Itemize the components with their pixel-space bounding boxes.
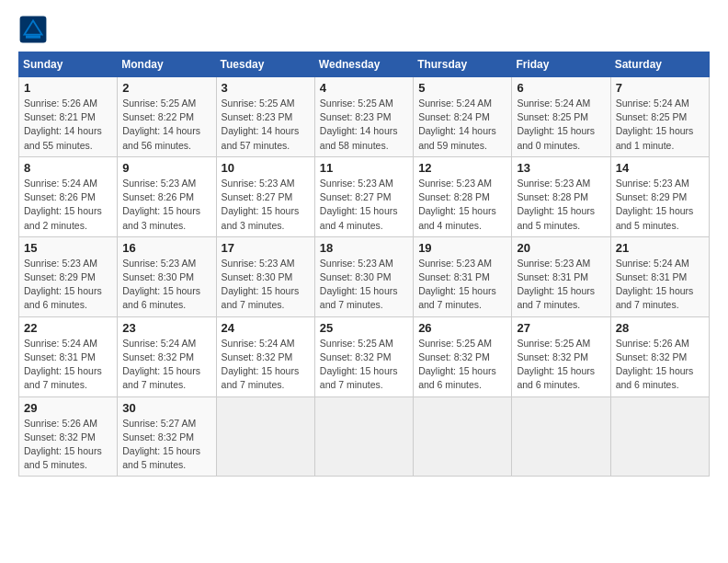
day-number: 14 <box>616 161 704 175</box>
day-info: Sunrise: 5:27 AMSunset: 8:32 PMDaylight:… <box>122 418 200 471</box>
day-number: 30 <box>122 401 210 415</box>
day-info: Sunrise: 5:23 AMSunset: 8:27 PMDaylight:… <box>320 178 398 231</box>
calendar-week-1: 1 Sunrise: 5:26 AMSunset: 8:21 PMDayligh… <box>19 77 710 157</box>
day-info: Sunrise: 5:23 AMSunset: 8:29 PMDaylight:… <box>616 178 694 231</box>
day-info: Sunrise: 5:23 AMSunset: 8:31 PMDaylight:… <box>418 258 496 311</box>
calendar-week-3: 15 Sunrise: 5:23 AMSunset: 8:29 PMDaylig… <box>19 236 710 316</box>
calendar-cell: 6 Sunrise: 5:24 AMSunset: 8:25 PMDayligh… <box>512 77 610 157</box>
calendar-cell: 27 Sunrise: 5:25 AMSunset: 8:32 PMDaylig… <box>512 316 610 396</box>
calendar-week-5: 29 Sunrise: 5:26 AMSunset: 8:32 PMDaylig… <box>19 396 710 477</box>
day-info: Sunrise: 5:24 AMSunset: 8:31 PMDaylight:… <box>24 338 102 391</box>
calendar-cell: 1 Sunrise: 5:26 AMSunset: 8:21 PMDayligh… <box>19 77 118 157</box>
calendar-cell: 9 Sunrise: 5:23 AMSunset: 8:26 PMDayligh… <box>118 156 216 236</box>
day-number: 28 <box>616 321 704 335</box>
calendar-cell: 8 Sunrise: 5:24 AMSunset: 8:26 PMDayligh… <box>19 156 118 236</box>
day-number: 4 <box>320 81 408 95</box>
calendar-cell: 20 Sunrise: 5:23 AMSunset: 8:31 PMDaylig… <box>512 236 610 316</box>
calendar-week-2: 8 Sunrise: 5:24 AMSunset: 8:26 PMDayligh… <box>19 156 710 236</box>
calendar-body: 1 Sunrise: 5:26 AMSunset: 8:21 PMDayligh… <box>19 77 710 477</box>
day-info: Sunrise: 5:24 AMSunset: 8:32 PMDaylight:… <box>222 338 300 391</box>
day-number: 15 <box>24 241 112 255</box>
weekday-header-wednesday: Wednesday <box>314 52 413 77</box>
calendar-cell <box>512 396 610 477</box>
calendar-cell: 22 Sunrise: 5:24 AMSunset: 8:31 PMDaylig… <box>19 316 118 396</box>
calendar-cell: 11 Sunrise: 5:23 AMSunset: 8:27 PMDaylig… <box>314 156 413 236</box>
calendar-cell: 21 Sunrise: 5:24 AMSunset: 8:31 PMDaylig… <box>610 236 709 316</box>
day-info: Sunrise: 5:26 AMSunset: 8:32 PMDaylight:… <box>616 338 694 391</box>
logo <box>18 15 51 44</box>
calendar-cell: 19 Sunrise: 5:23 AMSunset: 8:31 PMDaylig… <box>414 236 512 316</box>
calendar-week-4: 22 Sunrise: 5:24 AMSunset: 8:31 PMDaylig… <box>19 316 710 396</box>
weekday-header-tuesday: Tuesday <box>216 52 314 77</box>
calendar-cell: 4 Sunrise: 5:25 AMSunset: 8:23 PMDayligh… <box>314 77 413 157</box>
day-number: 3 <box>222 81 310 95</box>
day-info: Sunrise: 5:23 AMSunset: 8:28 PMDaylight:… <box>517 178 595 231</box>
day-number: 16 <box>122 241 210 255</box>
calendar-cell: 5 Sunrise: 5:24 AMSunset: 8:24 PMDayligh… <box>414 77 512 157</box>
calendar-cell: 24 Sunrise: 5:24 AMSunset: 8:32 PMDaylig… <box>216 316 314 396</box>
calendar-cell: 28 Sunrise: 5:26 AMSunset: 8:32 PMDaylig… <box>610 316 709 396</box>
day-number: 7 <box>616 81 704 95</box>
day-info: Sunrise: 5:23 AMSunset: 8:30 PMDaylight:… <box>222 258 300 311</box>
day-info: Sunrise: 5:24 AMSunset: 8:24 PMDaylight:… <box>418 98 496 151</box>
day-info: Sunrise: 5:23 AMSunset: 8:27 PMDaylight:… <box>222 178 300 231</box>
day-info: Sunrise: 5:23 AMSunset: 8:30 PMDaylight:… <box>320 258 398 311</box>
calendar-cell: 12 Sunrise: 5:23 AMSunset: 8:28 PMDaylig… <box>414 156 512 236</box>
day-number: 27 <box>517 321 605 335</box>
day-number: 29 <box>24 401 112 415</box>
day-info: Sunrise: 5:25 AMSunset: 8:32 PMDaylight:… <box>418 338 496 391</box>
calendar-cell: 18 Sunrise: 5:23 AMSunset: 8:30 PMDaylig… <box>314 236 413 316</box>
calendar-cell: 3 Sunrise: 5:25 AMSunset: 8:23 PMDayligh… <box>216 77 314 157</box>
day-number: 1 <box>24 81 112 95</box>
day-info: Sunrise: 5:23 AMSunset: 8:28 PMDaylight:… <box>418 178 496 231</box>
calendar-cell <box>314 396 413 477</box>
day-number: 24 <box>222 321 310 335</box>
day-number: 12 <box>418 161 506 175</box>
day-number: 21 <box>616 241 704 255</box>
day-number: 25 <box>320 321 408 335</box>
day-number: 6 <box>517 81 605 95</box>
day-info: Sunrise: 5:24 AMSunset: 8:31 PMDaylight:… <box>616 258 694 311</box>
weekday-header-thursday: Thursday <box>414 52 512 77</box>
calendar-cell: 23 Sunrise: 5:24 AMSunset: 8:32 PMDaylig… <box>118 316 216 396</box>
day-number: 8 <box>24 161 112 175</box>
day-info: Sunrise: 5:25 AMSunset: 8:23 PMDaylight:… <box>320 98 398 151</box>
calendar-cell: 17 Sunrise: 5:23 AMSunset: 8:30 PMDaylig… <box>216 236 314 316</box>
weekday-header-row: SundayMondayTuesdayWednesdayThursdayFrid… <box>19 52 710 77</box>
day-info: Sunrise: 5:23 AMSunset: 8:26 PMDaylight:… <box>122 178 200 231</box>
day-info: Sunrise: 5:25 AMSunset: 8:22 PMDaylight:… <box>122 98 200 151</box>
logo-icon <box>18 15 48 44</box>
day-info: Sunrise: 5:23 AMSunset: 8:31 PMDaylight:… <box>517 258 595 311</box>
weekday-header-saturday: Saturday <box>610 52 709 77</box>
calendar-cell: 25 Sunrise: 5:25 AMSunset: 8:32 PMDaylig… <box>314 316 413 396</box>
calendar-cell: 30 Sunrise: 5:27 AMSunset: 8:32 PMDaylig… <box>118 396 216 477</box>
weekday-header-sunday: Sunday <box>19 52 118 77</box>
day-info: Sunrise: 5:25 AMSunset: 8:32 PMDaylight:… <box>517 338 595 391</box>
day-info: Sunrise: 5:23 AMSunset: 8:29 PMDaylight:… <box>24 258 102 311</box>
day-info: Sunrise: 5:24 AMSunset: 8:32 PMDaylight:… <box>122 338 200 391</box>
calendar-cell: 15 Sunrise: 5:23 AMSunset: 8:29 PMDaylig… <box>19 236 118 316</box>
day-number: 18 <box>320 241 408 255</box>
day-number: 20 <box>517 241 605 255</box>
calendar-cell: 13 Sunrise: 5:23 AMSunset: 8:28 PMDaylig… <box>512 156 610 236</box>
day-number: 5 <box>418 81 506 95</box>
day-number: 19 <box>418 241 506 255</box>
calendar-table: SundayMondayTuesdayWednesdayThursdayFrid… <box>18 52 710 477</box>
day-info: Sunrise: 5:24 AMSunset: 8:25 PMDaylight:… <box>517 98 595 151</box>
day-number: 10 <box>222 161 310 175</box>
day-number: 22 <box>24 321 112 335</box>
svg-rect-3 <box>26 35 40 38</box>
calendar-cell: 2 Sunrise: 5:25 AMSunset: 8:22 PMDayligh… <box>118 77 216 157</box>
day-info: Sunrise: 5:23 AMSunset: 8:30 PMDaylight:… <box>122 258 200 311</box>
day-info: Sunrise: 5:24 AMSunset: 8:26 PMDaylight:… <box>24 178 102 231</box>
day-number: 13 <box>517 161 605 175</box>
calendar-cell: 16 Sunrise: 5:23 AMSunset: 8:30 PMDaylig… <box>118 236 216 316</box>
calendar-cell: 7 Sunrise: 5:24 AMSunset: 8:25 PMDayligh… <box>610 77 709 157</box>
calendar-cell: 10 Sunrise: 5:23 AMSunset: 8:27 PMDaylig… <box>216 156 314 236</box>
calendar-cell: 29 Sunrise: 5:26 AMSunset: 8:32 PMDaylig… <box>19 396 118 477</box>
day-info: Sunrise: 5:26 AMSunset: 8:32 PMDaylight:… <box>24 418 102 471</box>
calendar-cell <box>610 396 709 477</box>
header <box>18 15 710 44</box>
day-number: 2 <box>122 81 210 95</box>
calendar-cell <box>216 396 314 477</box>
